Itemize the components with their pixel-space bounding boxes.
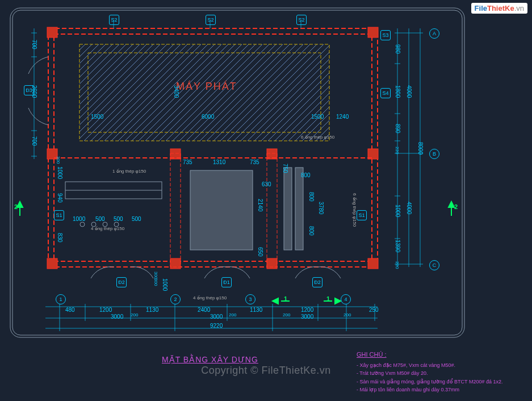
logo-prefix: File [475,4,487,12]
svg-marker-66 [335,298,341,304]
section-2-right: 2 [454,203,458,210]
grid-d2-2: Đ2 [312,277,322,287]
logo-suffix: .vn [514,4,524,12]
drawing-title: MẶT BẰNG XÂY DỰNG [162,355,258,364]
svg-marker-62 [449,202,454,207]
svg-rect-14 [79,44,329,141]
dim-1200-2: 1200 [301,307,313,313]
notes-block: GHI CHÚ : - Xây gạch đặc M75#, Vxm cát v… [357,351,502,394]
dim-1000l: 1000 [57,166,63,179]
svg-rect-7 [368,258,378,269]
dim-700-1: 700 [31,40,37,49]
dim-980: 980 [395,44,401,54]
svg-rect-19 [190,170,253,250]
dim-735-2: 735 [250,159,259,165]
grid-s2-2: S2 [206,15,216,25]
svg-rect-5 [368,27,378,37]
dim-480: 480 [65,307,75,313]
svg-marker-60 [17,202,23,207]
dim-1500-2: 1500 [311,114,324,120]
row-a: A [429,28,439,39]
section-1-left: 1 [284,295,287,302]
grid-s4: S4 [380,88,391,98]
dim-890: 890 [395,124,401,133]
logo-mid: ThietKe [487,4,514,12]
svg-rect-6 [47,258,57,269]
grid-d1: Đ1 [221,277,232,287]
dim-500a: 500 [95,216,105,222]
row-c: C [429,260,439,270]
watermark-logo: FileThietKe.vn [471,3,527,14]
dim-1390: 1390 [395,240,401,252]
col-3: 3 [245,294,255,304]
steel-note-1: 1 ống thép φ150 [112,169,146,174]
dim-6000: 6000 [202,114,214,120]
dim-3780: 3780 [318,202,324,214]
dim-500c: 500 [132,216,141,222]
col-2: 2 [170,294,181,304]
notes-line-2: - Trát tường Vxm M50# dày 20. [357,369,502,377]
dim-500b: 500 [114,216,123,222]
steel-note-3: 6 ống thép φ150 [301,135,334,140]
col-1: 1 [56,294,66,304]
grid-s3: S3 [380,30,391,40]
dim-2600: 2600 [31,85,37,98]
dim-200d: 200 [344,312,351,318]
dim-200b: 200 [229,312,236,318]
dim-4000-1: 4000 [406,85,412,98]
dim-800a: 800 [308,192,315,202]
dim-1240: 1240 [336,114,349,120]
svg-rect-4 [47,27,57,37]
dim-1000b: 1000 [162,278,168,291]
watermark-copyright: Copyright © FileThietKe.vn [201,365,330,377]
dim-650: 650 [257,247,263,257]
svg-rect-18 [267,153,277,267]
dim-2140: 2140 [257,199,263,211]
steel-note-5: 6 ống thép φ150 [352,193,357,227]
dim-1000: 1000 [73,216,85,222]
notes-line-3: - Sàn mái và giằng móng, giằng tường đổ … [357,378,502,386]
svg-point-24 [80,222,85,227]
section-2-left: 2 [14,203,18,210]
svg-rect-17 [170,153,181,267]
dim-3400: 3400 [173,85,179,98]
dim-1130-1: 1130 [146,307,158,313]
svg-marker-64 [273,298,278,304]
dim-4000-2: 4000 [406,202,412,214]
dim-700-2: 700 [31,136,37,146]
dim-1310: 1310 [213,159,225,165]
dim-3000-2: 3000 [210,314,223,320]
grid-s2-1: S2 [109,15,119,25]
dim-220b: 220 [395,261,400,269]
dim-200a: 200 [131,312,138,318]
notes-line-1: - Xây gạch đặc M75#, Vxm cát vàng M50#. [357,361,502,369]
dim-735-1: 735 [183,159,192,165]
row-b: B [429,149,439,159]
dim-750: 750 [282,164,288,173]
dim-1800: 1800 [395,85,401,98]
svg-rect-20 [284,168,292,250]
dim-3000-3: 3000 [301,314,313,320]
col-4: 4 [341,294,351,304]
dim-1500-1: 1500 [91,114,103,120]
dim-8000: 8000 [417,142,424,154]
dim-1000r: 1000 [395,204,401,217]
steel-note-4: 4 ống thép φ150 [193,295,227,300]
dim-total-w: 9220 [210,323,223,329]
dim-1200-1: 1200 [99,307,112,313]
dim-2400: 2400 [198,307,210,313]
grid-s1-r: S1 [357,210,367,220]
dim-1130-2: 1130 [250,307,262,313]
notes-title: GHI CHÚ : [357,351,502,358]
steel-note-2: 4 ống thép φ150 [91,226,124,231]
grid-s2-3: S2 [296,15,307,25]
grid-s1-l: S1 [54,210,64,220]
dim-220a: 220 [395,147,400,154]
svg-rect-21 [295,168,303,250]
dim-940: 940 [57,193,63,203]
dim-800b: 800 [308,226,315,236]
dim-300a: 300 [56,156,61,164]
room-label-mayphat: MÁY PHÁT [176,81,237,93]
dim-800m: 800 [301,172,311,178]
cad-drawing [0,0,532,401]
